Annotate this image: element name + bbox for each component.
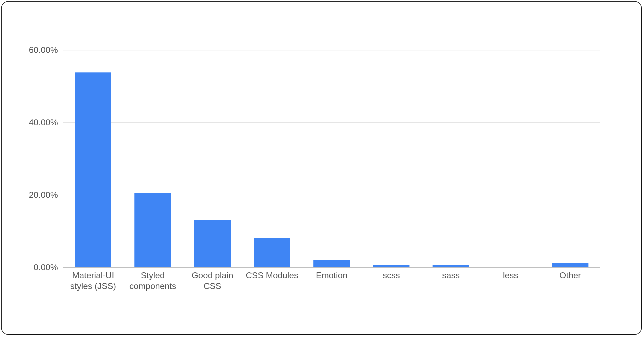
x-category-label: Styled components (123, 270, 182, 291)
x-category-label: Material-UI styles (JSS) (63, 270, 123, 291)
chart-card: 0.00%20.00%40.00%60.00% Material-UI styl… (1, 1, 642, 335)
bar-slot (242, 50, 302, 267)
bar (313, 260, 350, 267)
bar (134, 193, 171, 267)
bar-slot (123, 50, 182, 267)
y-tick-label: 60.00% (18, 45, 58, 55)
bar (254, 238, 290, 267)
bars-container (63, 50, 600, 267)
bar-slot (182, 50, 242, 267)
bar (75, 72, 111, 267)
x-category-label: less (481, 270, 540, 291)
bar-slot (481, 50, 540, 267)
bar-slot (63, 50, 123, 267)
y-tick-label: 20.00% (18, 190, 58, 200)
x-category-label: Other (540, 270, 600, 291)
bar-slot (540, 50, 600, 267)
bar (194, 220, 231, 268)
y-tick-label: 40.00% (18, 118, 58, 127)
bar (373, 265, 409, 267)
bar-slot (302, 50, 361, 267)
bar (552, 263, 588, 267)
bar-slot (421, 50, 481, 267)
bar-slot (361, 50, 421, 267)
x-category-label: scss (361, 270, 421, 291)
plot-area (63, 50, 600, 267)
x-category-label: Good plain CSS (182, 270, 242, 291)
x-category-label: Emotion (302, 270, 361, 291)
y-tick-label: 0.00% (18, 262, 58, 272)
x-category-label: sass (421, 270, 481, 291)
bar (492, 267, 529, 267)
x-axis-category-labels: Material-UI styles (JSS)Styled component… (63, 270, 600, 291)
bar (433, 265, 469, 267)
x-category-label: CSS Modules (242, 270, 302, 291)
